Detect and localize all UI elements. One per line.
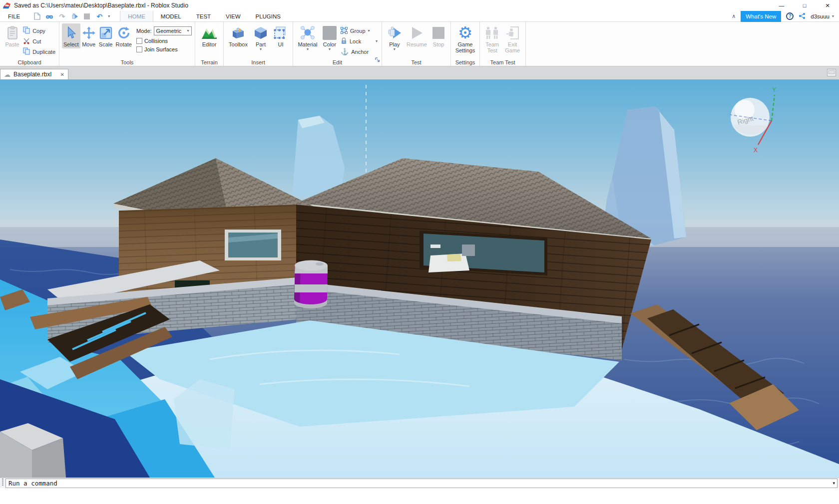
join-surfaces-checkbox-row[interactable]: Join Surfaces <box>136 46 192 52</box>
qat-customize-icon[interactable]: ▾ <box>108 14 110 18</box>
ui-editor-icon <box>273 24 288 41</box>
cloud-icon: ☁ <box>4 71 10 78</box>
roblox-studio-logo-icon <box>3 2 11 9</box>
cut-button[interactable]: Cut <box>22 36 56 46</box>
terrain-editor-button[interactable]: Editor <box>198 23 220 48</box>
mode-caret-icon: ▾ <box>187 29 189 33</box>
move-arrows-icon <box>82 24 96 41</box>
scale-tool-button[interactable]: Scale <box>97 23 114 48</box>
part-caret-icon[interactable]: ▾ <box>260 47 262 51</box>
mode-label: Mode: <box>136 28 152 34</box>
open-file-icon[interactable] <box>45 12 53 20</box>
tab-close-icon[interactable]: ✕ <box>60 72 64 77</box>
resume-icon <box>409 24 424 41</box>
anchor-icon: ⚓ <box>341 48 349 55</box>
collisions-checkbox-row[interactable]: Collisions <box>136 38 192 44</box>
lock-button[interactable]: Lock ▾ <box>340 36 379 46</box>
scale-icon <box>99 24 113 41</box>
file-menu[interactable]: FILE <box>0 11 28 21</box>
stop-quick-icon[interactable] <box>83 12 91 20</box>
gear-icon: ⚙ <box>458 24 473 41</box>
username: d3suuu <box>811 13 830 19</box>
group-test: Play ▾ Resume Stop Test <box>382 22 451 66</box>
paste-icon <box>6 24 18 41</box>
tab-home[interactable]: HOME <box>120 11 153 21</box>
tab-model[interactable]: MODEL <box>153 11 189 21</box>
lock-caret-icon[interactable]: ▾ <box>376 39 378 43</box>
team-test-button[interactable]: Team Test <box>482 23 502 54</box>
rotate-icon <box>117 24 131 41</box>
bottom-strip <box>0 488 839 504</box>
join-surfaces-checkbox[interactable] <box>136 46 142 52</box>
play-icon <box>387 24 403 41</box>
rotate-tool-button[interactable]: Rotate <box>114 23 133 48</box>
select-cursor-icon <box>64 24 77 41</box>
viewport[interactable]: Right Y X <box>0 80 839 478</box>
part-cube-icon <box>253 24 268 41</box>
maximize-button[interactable]: □ <box>793 0 816 11</box>
user-menu[interactable]: d3suuu ▾ <box>811 13 834 19</box>
barrel <box>294 260 328 309</box>
share-icon[interactable] <box>799 12 806 20</box>
command-bar: ▾ <box>0 478 839 488</box>
close-button[interactable]: ✕ <box>816 0 839 11</box>
minimize-button[interactable]: — <box>770 0 793 11</box>
copy-button[interactable]: Copy <box>22 25 56 36</box>
play-button[interactable]: Play ▾ <box>385 23 404 52</box>
tab-test[interactable]: TEST <box>189 11 218 21</box>
viewport-popout-icon[interactable] <box>827 69 836 78</box>
mode-select[interactable]: Geometric ▾ <box>154 26 192 35</box>
axis-y-label: Y <box>772 86 776 93</box>
terrain-editor-icon <box>201 24 217 41</box>
new-file-icon[interactable] <box>33 12 41 20</box>
group-clipboard: Paste Copy Cut Duplicate Clipboard <box>0 22 59 66</box>
undo-icon[interactable]: ↶ <box>95 12 103 20</box>
left-window <box>225 230 281 260</box>
part-button[interactable]: Part ▾ <box>251 23 271 52</box>
material-button[interactable]: Material ▾ <box>296 23 320 52</box>
quick-access-toolbar: ↷ ↶ ▾ <box>28 12 115 20</box>
toolbox-button[interactable]: Toolbox <box>227 23 250 48</box>
menu-bar: FILE ↷ ↶ ▾ HOME MODEL TEST VIEW PLUGINS <box>0 11 839 22</box>
anchor-button[interactable]: ⚓ Anchor <box>340 46 379 57</box>
document-tab-label: Baseplate.rbxl <box>13 71 51 78</box>
whats-new-button[interactable]: What's New <box>741 11 781 22</box>
select-tool-button[interactable]: Select <box>62 23 80 48</box>
resume-button[interactable]: Resume <box>405 23 428 48</box>
paste-button[interactable]: Paste <box>2 23 22 48</box>
move-tool-button[interactable]: Move <box>80 23 97 48</box>
color-button[interactable]: Color ▾ <box>320 23 340 52</box>
play-caret-icon[interactable]: ▾ <box>394 47 396 51</box>
color-caret-icon[interactable]: ▾ <box>329 47 331 51</box>
command-input[interactable] <box>6 479 837 488</box>
command-history-caret-icon[interactable]: ▾ <box>833 481 835 486</box>
stop-button[interactable]: Stop <box>429 23 447 48</box>
material-caret-icon[interactable]: ▾ <box>307 47 309 51</box>
game-settings-button[interactable]: ⚙ Game Settings <box>453 23 477 54</box>
group-caret-icon[interactable]: ▾ <box>368 29 370 33</box>
document-tab-baseplate[interactable]: ☁ Baseplate.rbxl ✕ <box>0 69 68 79</box>
axis-x-label: X <box>754 147 758 154</box>
group-tools: Select Move Scale Rotate <box>59 22 195 66</box>
stop-icon <box>432 24 445 41</box>
lock-icon <box>341 37 347 45</box>
tab-plugins[interactable]: PLUGINS <box>248 11 289 21</box>
play-quick-icon[interactable] <box>70 12 78 20</box>
exit-game-button[interactable]: Exit Game <box>502 23 523 54</box>
help-icon[interactable]: ? <box>786 12 794 20</box>
color-swatch-icon <box>322 24 337 41</box>
material-icon <box>300 24 316 41</box>
collapse-ribbon-icon[interactable]: ∧ <box>732 13 736 19</box>
tab-view[interactable]: VIEW <box>218 11 248 21</box>
collisions-checkbox[interactable] <box>136 38 142 44</box>
window-title: Saved as C:\Users\mateu\Desktop\Baseplat… <box>14 2 770 9</box>
duplicate-button[interactable]: Duplicate <box>22 46 56 57</box>
command-bar-grip-icon[interactable] <box>1 478 4 488</box>
group-button[interactable]: Group ▾ <box>340 25 379 36</box>
redo-icon[interactable]: ↷ <box>58 12 66 20</box>
right-window <box>420 231 547 275</box>
group-edit: Material ▾ Color ▾ Group ▾ Lock <box>293 22 382 66</box>
duplicate-icon <box>23 47 30 56</box>
ui-button[interactable]: UI <box>272 23 290 48</box>
group-settings: ⚙ Game Settings Settings <box>451 22 480 66</box>
